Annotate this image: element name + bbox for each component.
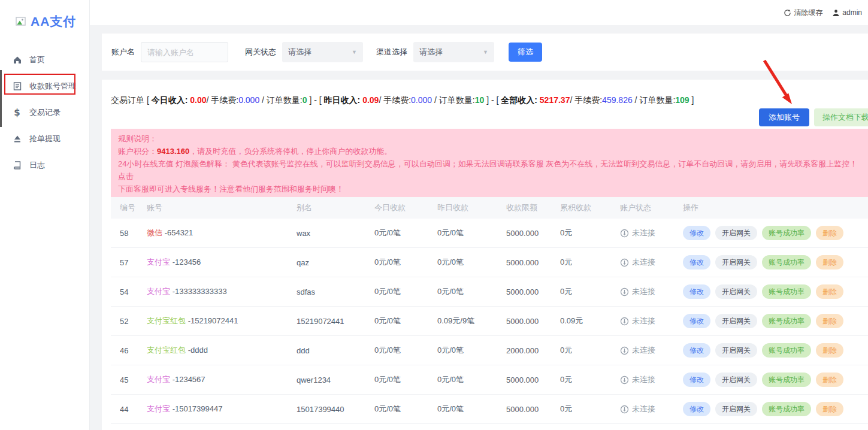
accounts-table: 编号 账号 别名 今日收款 昨日收款 收款限额 累积收款 账户状态 操作 58微…: [111, 197, 868, 424]
cell-id: 45: [120, 376, 147, 384]
sidebar-item-logs[interactable]: 日志: [0, 152, 89, 178]
success-rate-button[interactable]: 账号成功率: [762, 343, 811, 358]
table-row: 54支付宝 -133333333333sdfas0元/0笔0元/0笔5000.0…: [111, 277, 868, 307]
channel-select-value: 请选择: [419, 47, 443, 57]
cell-total-income: 0元: [560, 228, 620, 238]
cell-alias: 15017399440: [297, 405, 374, 414]
cell-total-income: 0元: [560, 345, 620, 356]
table-row: 44支付宝 -15017399447150173994400元/0笔0元/0笔5…: [111, 395, 868, 424]
cell-today-income: 0元/0笔: [374, 257, 437, 268]
cell-status: 未连接: [620, 228, 683, 238]
cell-limit: 2000.000: [506, 346, 560, 355]
delete-button[interactable]: 删除: [816, 226, 843, 240]
edit-button[interactable]: 修改: [683, 343, 710, 358]
success-rate-button[interactable]: 账号成功率: [762, 314, 811, 328]
cell-limit: 5000.000: [506, 229, 560, 238]
account-number: -1234567: [173, 375, 205, 384]
cell-account: 支付宝 -123456: [147, 257, 297, 268]
channel-label: 支付宝: [147, 258, 170, 267]
accounts-panel: 交易订单 [ 今日收入: 0.00/ 手续费:0.000 / 订单数量:0 ] …: [102, 80, 868, 430]
chevron-down-icon: ▼: [352, 49, 357, 55]
success-rate-button[interactable]: 账号成功率: [762, 255, 811, 269]
sidebar-item-label: 日志: [29, 160, 45, 171]
open-gateway-button[interactable]: 开启网关: [715, 284, 757, 299]
delete-button[interactable]: 删除: [816, 314, 843, 328]
withdraw-icon: [12, 134, 22, 144]
brand-image-icon: [16, 17, 27, 27]
sidebar-item-transactions[interactable]: $ 交易记录: [0, 99, 89, 126]
cell-actions: 修改开启网关账号成功率删除: [683, 284, 868, 299]
cell-status: 未连接: [620, 404, 683, 414]
cell-actions: 修改开启网关账号成功率删除: [683, 314, 868, 328]
col-header: 账户状态: [620, 202, 683, 213]
doc-download-button[interactable]: 操作文档下载: [814, 108, 868, 126]
disconnected-icon: [620, 346, 629, 355]
cell-today-income: 0元/0笔: [374, 228, 437, 238]
edit-button[interactable]: 修改: [683, 226, 710, 240]
open-gateway-button[interactable]: 开启网关: [715, 226, 757, 240]
success-rate-button[interactable]: 账号成功率: [762, 402, 811, 416]
disconnected-icon: [620, 376, 629, 384]
edit-button[interactable]: 修改: [683, 284, 710, 299]
open-gateway-button[interactable]: 开启网关: [715, 343, 757, 358]
cell-alias: sdfas: [297, 287, 374, 296]
edit-button[interactable]: 修改: [683, 314, 710, 328]
add-account-button[interactable]: 添加账号: [759, 108, 809, 126]
cell-status: 未连接: [620, 374, 683, 385]
delete-button[interactable]: 删除: [816, 284, 843, 299]
delete-button[interactable]: 删除: [816, 373, 843, 387]
col-header: 收款限额: [506, 202, 560, 213]
cell-account: 支付宝红包 -15219072441: [147, 316, 297, 326]
user-menu[interactable]: admin: [832, 8, 862, 17]
gateway-status-select[interactable]: 请选择 ▼: [282, 42, 363, 62]
summary-group: [ 昨日收入: 0.09/ 手续费:0.000 / 订单数量:10 ]: [319, 95, 489, 105]
success-rate-button[interactable]: 账号成功率: [762, 373, 811, 387]
home-icon: [12, 55, 22, 65]
sidebar-item-withdraw[interactable]: 抢单提现: [0, 126, 89, 152]
cell-actions: 修改开启网关账号成功率删除: [683, 373, 868, 387]
cell-status: 未连接: [620, 257, 683, 268]
cell-limit: 5000.000: [506, 376, 560, 384]
delete-button[interactable]: 删除: [816, 402, 843, 416]
cell-today-income: 0元/0笔: [374, 374, 437, 385]
sidebar-item-accounts[interactable]: 收款账号管理: [0, 73, 89, 99]
success-rate-button[interactable]: 账号成功率: [762, 226, 811, 240]
channel-select[interactable]: 请选择 ▼: [413, 42, 494, 62]
notice-line: 24小时在线充值 灯泡颜色解释： 黄色代表该账号监控在线，可以监听到交易信息，可…: [118, 158, 861, 183]
cell-alias: qaz: [297, 258, 374, 267]
open-gateway-button[interactable]: 开启网关: [715, 314, 757, 328]
filter-button[interactable]: 筛选: [509, 43, 542, 62]
sidebar-item-label: 抢单提现: [29, 134, 61, 144]
col-header: 账号: [147, 202, 297, 213]
cell-today-income: 0元/0笔: [374, 316, 437, 326]
clear-cache-label: 清除缓存: [794, 8, 822, 18]
disconnected-icon: [620, 405, 629, 414]
cell-actions: 修改开启网关账号成功率删除: [683, 255, 868, 269]
brand-logo[interactable]: AA支付: [0, 0, 89, 30]
edit-button[interactable]: 修改: [683, 402, 710, 416]
cell-account: 支付宝 -133333333333: [147, 286, 297, 297]
cell-actions: 修改开启网关账号成功率删除: [683, 226, 868, 240]
edit-button[interactable]: 修改: [683, 373, 710, 387]
cell-yesterday-income: 0元/0笔: [437, 374, 506, 385]
cell-status: 未连接: [620, 316, 683, 326]
cell-id: 54: [120, 287, 147, 296]
cell-alias: ddd: [297, 346, 374, 355]
notice-line: 账户积分：9413.160，请及时充值，负分系统将停机，停止你商户的收款功能。: [118, 145, 861, 158]
account-name-input[interactable]: [141, 42, 228, 62]
disconnected-icon: [620, 229, 629, 238]
open-gateway-button[interactable]: 开启网关: [715, 373, 757, 387]
delete-button[interactable]: 删除: [816, 255, 843, 269]
cell-id: 44: [120, 405, 147, 414]
success-rate-button[interactable]: 账号成功率: [762, 284, 811, 299]
sidebar-item-home[interactable]: 首页: [0, 47, 89, 73]
clear-cache-button[interactable]: 清除缓存: [784, 8, 822, 18]
status-label: 未连接: [632, 286, 655, 297]
disconnected-icon: [620, 258, 629, 267]
open-gateway-button[interactable]: 开启网关: [715, 402, 757, 416]
delete-button[interactable]: 删除: [816, 343, 843, 358]
edit-button[interactable]: 修改: [683, 255, 710, 269]
cell-yesterday-income: 0元/0笔: [437, 257, 506, 268]
open-gateway-button[interactable]: 开启网关: [715, 255, 757, 269]
disconnected-icon: [620, 287, 629, 296]
